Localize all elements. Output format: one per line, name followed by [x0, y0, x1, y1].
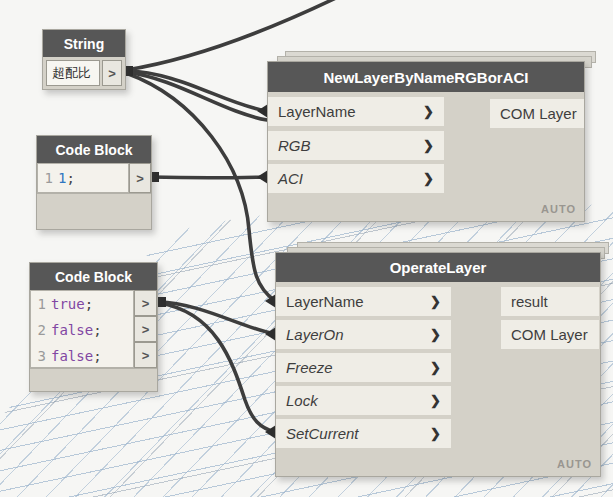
node-title[interactable]: NewLayerByNameRGBorACI — [268, 62, 584, 92]
node-string[interactable]: String 超配比 > — [42, 29, 126, 90]
codeblock2-output-port-2[interactable]: > — [134, 316, 157, 342]
dynamo-canvas[interactable]: String 超配比 > Code Block 11; > Code Block… — [0, 0, 613, 497]
node-code-block-1[interactable]: Code Block 11; > — [36, 135, 152, 230]
codeblock1-output-port[interactable]: > — [129, 163, 151, 193]
code-token: false — [51, 322, 93, 338]
lacing-badge[interactable]: AUTO — [557, 458, 592, 470]
input-port-layername[interactable]: LayerName ❯ — [268, 97, 444, 126]
input-port-setcurrent[interactable]: SetCurrent ❯ — [276, 419, 451, 448]
lacing-badge[interactable]: AUTO — [541, 203, 576, 215]
output-port-result[interactable]: result — [501, 287, 599, 316]
node-title[interactable]: OperateLayer — [276, 253, 600, 282]
input-port-chevron: ❯ — [430, 294, 441, 309]
input-port-aci[interactable]: ACI ❯ — [268, 164, 444, 193]
input-port-lock[interactable]: Lock ❯ — [276, 386, 451, 415]
code-line: 2false; — [35, 317, 131, 343]
node-title[interactable]: String — [43, 30, 125, 57]
input-port-chevron: ❯ — [423, 104, 434, 119]
code-line: 1true; — [35, 291, 131, 317]
codeblock2-out-stub — [157, 297, 166, 307]
node-new-layer-by-name-rgb-or-aci[interactable]: NewLayerByNameRGBorACI LayerName ❯ RGB ❯… — [267, 61, 585, 222]
input-port-layeron[interactable]: LayerOn ❯ — [276, 320, 451, 349]
wire-string-branch[interactable] — [126, 72, 267, 120]
input-port-chevron: ❯ — [430, 393, 441, 408]
string-value-input[interactable]: 超配比 — [46, 60, 100, 86]
node-title[interactable]: Code Block — [37, 136, 151, 163]
line-number: 1 — [42, 164, 53, 193]
input-port-freeze[interactable]: Freeze ❯ — [276, 353, 451, 382]
input-port-chevron: ❯ — [423, 138, 434, 153]
string-output-port[interactable]: > — [102, 60, 122, 86]
input-port-layername[interactable]: LayerName ❯ — [276, 287, 451, 316]
output-port-com-layer[interactable]: COM Layer — [501, 320, 599, 349]
code-block-footer — [37, 193, 151, 229]
node-operate-layer[interactable]: OperateLayer LayerName ❯ LayerOn ❯ Freez… — [275, 252, 601, 477]
node-code-block-2[interactable]: Code Block 1true; 2false; 3false; > > > — [29, 262, 158, 392]
codeblock2-output-port-1[interactable]: > — [134, 290, 157, 316]
input-port-chevron: ❯ — [430, 360, 441, 375]
line-number: 1 — [35, 291, 46, 317]
input-port-chevron: ❯ — [423, 171, 434, 186]
input-port-rgb[interactable]: RGB ❯ — [268, 131, 444, 160]
code-token: true — [51, 296, 85, 312]
output-port-com-layer[interactable]: COM Layer — [490, 99, 584, 128]
codeblock2-output-port-3[interactable]: > — [134, 342, 157, 368]
code-line: 3false; — [35, 343, 131, 369]
input-port-chevron: ❯ — [430, 426, 441, 441]
wire-codeblock1-to-aci[interactable] — [151, 177, 266, 178]
code-block-footer — [30, 368, 157, 391]
code-token: false — [51, 348, 93, 364]
node-title[interactable]: Code Block — [30, 263, 157, 290]
line-number: 2 — [35, 317, 46, 343]
code-line: 11; — [42, 164, 126, 193]
wire-codeblock2-to-setcurrent[interactable] — [159, 303, 275, 432]
code-editor[interactable]: 1true; 2false; 3false; — [30, 290, 134, 368]
code-editor[interactable]: 11; — [37, 163, 129, 193]
line-number: 3 — [35, 343, 46, 369]
input-port-chevron: ❯ — [430, 327, 441, 342]
